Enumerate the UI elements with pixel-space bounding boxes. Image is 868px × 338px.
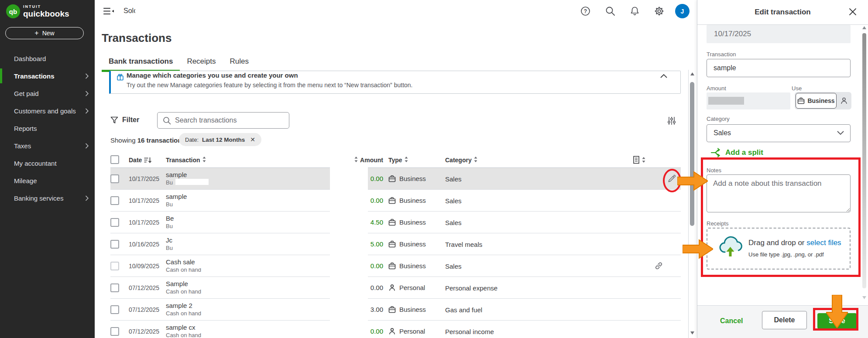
tab-receipts[interactable]: Receipts xyxy=(180,57,223,72)
briefcase-icon xyxy=(797,97,805,104)
header-bank-detail[interactable] xyxy=(633,156,645,164)
attachment-link-icon[interactable] xyxy=(655,262,663,270)
column-settings-icon[interactable] xyxy=(667,116,676,126)
receipts-dropzone[interactable]: Drag and drop or select files Use file t… xyxy=(707,228,851,270)
row-date: 10/09/2025 xyxy=(129,263,159,270)
use-label: Use xyxy=(792,85,802,92)
sidebar-item-get-paid[interactable]: Get paid xyxy=(0,85,95,102)
tab-rules[interactable]: Rules xyxy=(223,57,256,72)
row-checkbox[interactable] xyxy=(110,283,119,292)
row-type: Personal xyxy=(388,328,425,335)
sort-updown-icon xyxy=(474,157,477,162)
row-checkbox[interactable] xyxy=(110,240,119,249)
scroll-up-icon[interactable] xyxy=(690,72,694,75)
sidebar-item-my-accountant[interactable]: My accountant xyxy=(0,154,95,172)
row-account: Bu xyxy=(166,245,173,251)
row-category: Sales xyxy=(445,263,462,270)
chevron-up-icon[interactable] xyxy=(660,74,667,78)
sidebar-item-dashboard[interactable]: Dashboard xyxy=(0,50,95,67)
settings-gear-icon[interactable] xyxy=(654,6,664,16)
date-filter-chip[interactable]: Date: Last 12 Months ✕ xyxy=(179,133,261,146)
panel-scrollbar[interactable] xyxy=(862,25,867,304)
sort-updown-icon xyxy=(202,157,206,162)
briefcase-icon xyxy=(388,219,396,226)
quickbooks-logo: qb INTUIT quickbooks xyxy=(6,4,69,18)
sidebar-nav: Dashboard Transactions Get paid Customer… xyxy=(0,50,95,207)
collapse-menu-icon[interactable] xyxy=(103,7,114,15)
row-type: Personal xyxy=(388,284,425,291)
header-date[interactable]: Date xyxy=(129,157,152,164)
company-name[interactable]: Solo xyxy=(124,7,135,15)
notes-textarea[interactable] xyxy=(707,174,851,212)
page-title: Transactions xyxy=(102,31,172,45)
sidebar-item-reports[interactable]: Reports xyxy=(0,119,95,137)
table-row[interactable]: 07/12/2025 Sample Cash on hand 0.00 Pers… xyxy=(110,277,681,299)
scroll-down-icon[interactable] xyxy=(862,296,866,299)
redaction-box xyxy=(708,97,744,105)
row-checkbox[interactable] xyxy=(110,218,119,227)
row-category: Travel meals xyxy=(445,241,482,248)
scroll-up-icon[interactable] xyxy=(862,26,866,29)
main-scrollbar[interactable] xyxy=(688,70,696,338)
table-row[interactable]: 10/17/2025 Be Bu 4.50 Business Sales xyxy=(110,212,681,233)
select-files-link[interactable]: select files xyxy=(806,239,841,247)
brand-quickbooks: quickbooks xyxy=(23,10,69,18)
scroll-down-icon[interactable] xyxy=(690,331,694,335)
table-row[interactable]: 10/16/2025 Jc Bu 5.00 Business Travel me… xyxy=(110,233,681,255)
help-icon[interactable]: ? xyxy=(580,6,590,16)
table-row[interactable]: 10/17/2025 sample Bu 0.00 Business Sales xyxy=(110,190,681,212)
row-checkbox[interactable] xyxy=(110,262,119,270)
notifications-bell-icon[interactable] xyxy=(630,6,640,16)
use-personal-button[interactable] xyxy=(837,92,851,109)
table-row[interactable]: 07/12/2025 sample 2 Cash on hand 3.00 Bu… xyxy=(110,299,681,321)
header-category[interactable]: Category xyxy=(445,157,477,164)
row-account: Cash on hand xyxy=(166,310,201,317)
header-type[interactable]: Type xyxy=(388,157,408,164)
save-button[interactable]: Save xyxy=(817,313,857,329)
sort-updown-icon xyxy=(354,157,358,162)
person-icon xyxy=(388,328,396,335)
row-checkbox[interactable] xyxy=(110,327,119,336)
delete-button[interactable]: Delete xyxy=(762,311,807,329)
transaction-input[interactable] xyxy=(707,59,851,77)
user-avatar[interactable]: J xyxy=(675,4,690,18)
date-field[interactable]: 10/17/2025 xyxy=(707,25,851,43)
use-toggle: Business xyxy=(795,92,851,109)
sidebar-item-customers-and-goals[interactable]: Customers and goals xyxy=(0,102,95,119)
dropzone-hint: Use file type .jpg, .png, or .pdf xyxy=(748,251,824,258)
cancel-button[interactable]: Cancel xyxy=(720,317,743,325)
tab-bank-transactions[interactable]: Bank transactions xyxy=(102,57,180,72)
search-transactions-input[interactable] xyxy=(175,113,286,128)
row-account: Bu xyxy=(166,201,187,208)
select-all-checkbox[interactable] xyxy=(110,155,119,164)
row-checkbox[interactable] xyxy=(110,305,119,314)
close-icon[interactable] xyxy=(849,8,857,16)
row-category: Sales xyxy=(445,175,462,183)
row-category: Personal expense xyxy=(445,284,497,292)
amount-field[interactable] xyxy=(707,92,790,109)
sidebar: qb INTUIT quickbooks + New Dashboard Tra… xyxy=(0,0,95,338)
filter-button[interactable]: Filter xyxy=(110,116,139,124)
banner-title: Manage which categories you use and crea… xyxy=(127,72,298,79)
header-amount[interactable]: Amount xyxy=(327,157,383,164)
scrollbar-thumb[interactable] xyxy=(690,82,694,226)
search-icon[interactable] xyxy=(605,6,615,16)
use-business-button[interactable]: Business xyxy=(796,93,837,109)
search-icon xyxy=(163,116,171,125)
sidebar-item-transactions[interactable]: Transactions xyxy=(0,67,95,85)
sidebar-item-mileage[interactable]: Mileage xyxy=(0,172,95,189)
header-transaction[interactable]: Transaction xyxy=(166,157,206,164)
row-date: 10/17/2025 xyxy=(129,219,159,226)
edit-pencil-icon[interactable] xyxy=(667,174,676,183)
table-rows: 10/17/2025 sample Bu 0.00 Business Sales xyxy=(110,168,681,338)
table-row[interactable]: 07/12/2025 sample cx Cash on hand 0.00 P… xyxy=(110,321,681,338)
new-button[interactable]: + New xyxy=(5,27,84,39)
scrollbar-thumb[interactable] xyxy=(862,33,866,288)
row-checkbox[interactable] xyxy=(110,196,119,205)
remove-filter-icon[interactable]: ✕ xyxy=(250,136,255,143)
row-checkbox[interactable] xyxy=(110,174,119,183)
category-select[interactable]: Sales xyxy=(707,124,851,142)
sidebar-item-taxes[interactable]: Taxes xyxy=(0,137,95,154)
add-split-link[interactable]: Add a split xyxy=(710,147,763,158)
sidebar-item-banking-services[interactable]: Banking services xyxy=(0,189,95,207)
